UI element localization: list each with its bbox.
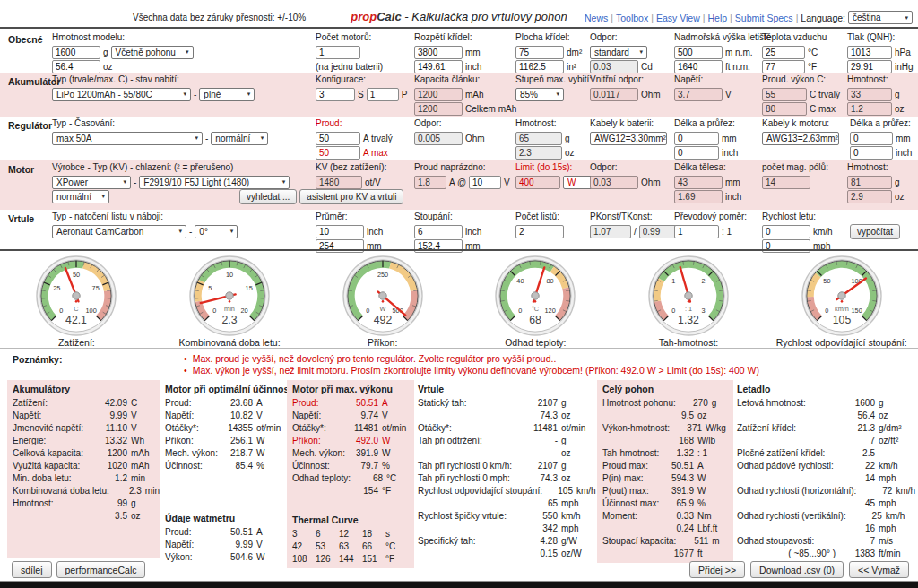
teplota-vzduchu-input[interactable] <box>762 46 805 59</box>
plocha-k-del-input[interactable] <box>515 60 564 74</box>
v-robce-typ-kv-chlazen-p-eru-eno-select[interactable]: XPower▾ <box>52 176 131 189</box>
result-value: 79.7 <box>346 460 378 472</box>
rozp-t-k-del-input[interactable] <box>414 46 463 59</box>
result-unit: ft/min <box>879 548 911 560</box>
rozp-t-k-del-label: Rozpětí křídel: <box>414 32 481 43</box>
result-unit: m/s <box>879 535 911 548</box>
vypo-tat-button[interactable]: vypočítat <box>850 224 900 239</box>
result-label: P(in) max: <box>602 472 662 485</box>
toolbox-link[interactable]: Toolbox <box>616 13 648 23</box>
nadmo-sk-v-ka-leti-t-input[interactable] <box>674 46 723 59</box>
result-unit: W <box>382 447 409 460</box>
rychlost-letu-input[interactable] <box>762 225 810 238</box>
typ-nato-en-listu-v-n-boji-select[interactable]: Aeronaut CamCarbon▾ <box>52 225 186 238</box>
result-label: Kombinovaná doba letu: <box>13 485 109 497</box>
easy-view-link[interactable]: Easy View <box>656 13 700 23</box>
result-unit: mAh <box>131 447 154 460</box>
result-label <box>602 435 662 447</box>
performancecalc-button[interactable]: performanceCalc <box>56 561 146 578</box>
help-link[interactable]: Help <box>708 13 728 23</box>
results-section: AkumulátoryZatížení:42.09CNapětí:9.99VJm… <box>0 380 918 581</box>
stupe-max-vybit-select[interactable]: 85%▾ <box>515 88 564 101</box>
chevron-down-icon: ▾ <box>186 48 189 56</box>
result-value: 72 <box>856 485 892 497</box>
result-row: 16mph <box>737 523 911 535</box>
d-lka-a-pr-ez-input[interactable] <box>674 146 719 160</box>
limit-do-15s-input <box>515 176 560 189</box>
result-unit: ot/min <box>256 422 285 435</box>
field-group-kapacita-l-nku: Kapacita článku:mAhCelkem mAh <box>414 74 516 116</box>
news-link[interactable]: News <box>585 13 608 23</box>
result-row: Plošné zatížení křídel:2.5 <box>737 447 911 460</box>
result-label: Min. doba letu: <box>13 472 95 485</box>
result-value: 14355 <box>221 422 253 435</box>
proud-input[interactable] <box>316 146 360 160</box>
result-unit: Wh <box>131 435 154 447</box>
d-lka-a-pr-ez-input[interactable] <box>674 132 719 145</box>
plocha-k-del-input[interactable] <box>515 46 564 59</box>
result-value: 10.82 <box>221 410 253 422</box>
result-row: 56.4oz <box>737 410 911 422</box>
typ-nato-en-listu-v-n-boji-select[interactable]: 0°▾ <box>195 225 238 238</box>
hmotnost-modelu-input[interactable] <box>52 46 100 59</box>
konfigurace-input[interactable] <box>367 88 399 101</box>
po-et-list-input[interactable] <box>515 225 564 238</box>
stoup-n-input[interactable] <box>414 225 463 238</box>
result-unit: min <box>131 472 154 485</box>
sd-lej-button[interactable]: sdílej <box>12 561 52 578</box>
d-lka-a-pr-ez-input[interactable] <box>850 146 893 160</box>
submit-specs-link[interactable]: Submit Specs <box>735 13 793 23</box>
typ-trvale-max-c-stav-nabit-select[interactable]: plně▾ <box>199 88 255 101</box>
result-row: P(in) max:594.3W <box>602 472 728 485</box>
result-label <box>602 548 662 560</box>
hmotnost-modelu-input[interactable] <box>52 60 100 74</box>
typ-asov-n-select[interactable]: normální▾ <box>211 132 268 145</box>
proud-input[interactable] <box>316 132 360 145</box>
download-csv-0-button[interactable]: Download .csv (0) <box>750 561 844 578</box>
footer-right-buttons: Přidej >>Download .csv (0)<< Vymaž <box>689 561 909 578</box>
konfigurace-input[interactable] <box>316 88 355 101</box>
p-evodov-pom-r-input[interactable] <box>674 225 719 238</box>
result-row: Napětí:10.82V <box>165 410 285 422</box>
kabely-k-baterii-select[interactable]: AWG12=3.30mm²▾ <box>590 132 667 145</box>
vyma-button[interactable]: << Vymaž <box>849 561 909 578</box>
pr-m-r-input[interactable] <box>316 225 364 238</box>
asistent-pro-kv-a-vrtuli-button[interactable]: asistent pro KV a vrtuli <box>299 189 403 204</box>
typ-asov-n-select[interactable]: max 50A▾ <box>52 132 203 145</box>
proud-v-kon-c-label: Proud. výkon C: <box>762 74 840 85</box>
field-group-proud-v-kon-c: Proud. výkon C:C trvalýC max <box>762 74 840 116</box>
result-row: Tah-hmotnost:1.32: 1 <box>602 447 728 460</box>
result-unit: °C <box>386 472 413 485</box>
unit-label: in² <box>567 62 576 72</box>
tlak-qnh-input[interactable] <box>847 46 892 59</box>
result-row: Tah při rychlosti 0 km/h:2107g <box>418 460 593 472</box>
select-value: XPower <box>56 177 88 187</box>
field-group-hmotnost: Hmotnost:goz <box>515 118 575 160</box>
odpor-select[interactable]: standard▾ <box>590 46 647 59</box>
p-idej-button[interactable]: Přidej >> <box>689 561 745 578</box>
typ-trvale-max-c-stav-nabit-select[interactable]: LiPo 1200mAh - 55/80C▾ <box>52 88 191 101</box>
field-group-vnit-n-odpor: Vnitřní odpor:Ohm <box>590 74 661 101</box>
result-value: 56.4 <box>839 410 875 422</box>
v-robce-typ-kv-chlazen-p-eru-eno-select[interactable]: F2919/10 F5J Light (1480)▾ <box>139 176 290 189</box>
tlak-qnh-input[interactable] <box>847 60 892 74</box>
v-robce-typ-kv-chlazen-p-eru-eno-select[interactable]: normální▾ <box>52 190 109 203</box>
result-unit: mph <box>561 523 593 535</box>
form-row-vrtule: VrtuleTyp - natočení listu v náboji:Aero… <box>0 210 918 249</box>
result-row: 14mph <box>737 472 911 485</box>
result-row: 65mph <box>418 497 593 510</box>
proud-napr-zdno-input[interactable] <box>469 176 501 189</box>
vnit-n-odpor-input <box>590 88 638 101</box>
language-select[interactable]: čeština▾ <box>848 11 913 24</box>
kabely-k-motoru-select[interactable]: AWG13=2.63mm²▾ <box>762 132 839 145</box>
result-unit: oz/W <box>561 548 593 560</box>
vyhledat-button[interactable]: vyhledat ... <box>239 189 297 204</box>
svg-text:2: 2 <box>702 277 706 285</box>
rozp-t-k-del-input[interactable] <box>414 60 463 74</box>
teplota-vzduchu-input[interactable] <box>762 60 805 74</box>
nadmo-sk-v-ka-leti-t-input[interactable] <box>674 60 723 74</box>
po-et-motor-input[interactable] <box>316 46 360 59</box>
d-lka-a-pr-ez-input[interactable] <box>850 132 893 145</box>
hmotnost-modelu-select[interactable]: Včetně pohonu▾ <box>111 46 194 59</box>
result-label: Stoupací kapacita: <box>602 535 676 548</box>
